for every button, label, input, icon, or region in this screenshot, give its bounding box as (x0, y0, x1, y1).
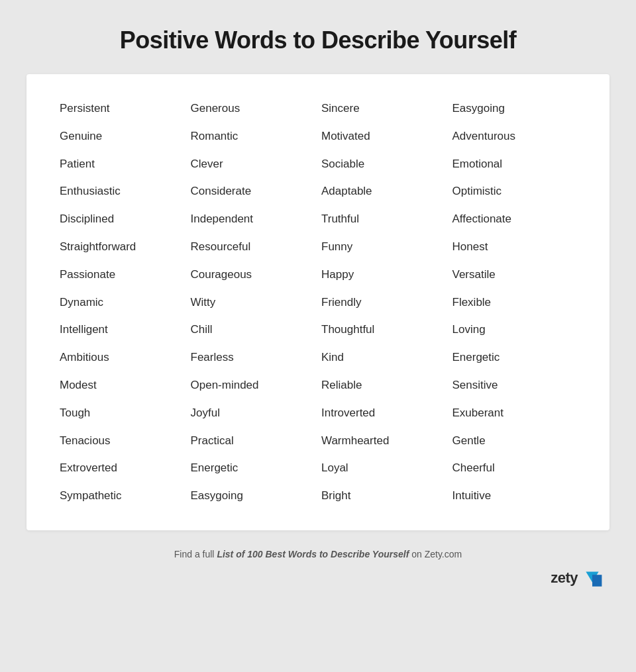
word-item: Dynamic (60, 295, 184, 311)
word-item: Cheerful (452, 460, 577, 476)
word-item: Gentle (452, 433, 577, 449)
word-item: Energetic (452, 350, 577, 365)
word-item: Motivated (321, 128, 446, 144)
word-item: Considerate (191, 183, 315, 199)
word-item: Loving (452, 322, 577, 338)
word-item: Resourceful (191, 239, 315, 255)
word-item: Open-minded (191, 377, 315, 393)
word-item: Bright (321, 488, 446, 504)
footer-italic-text: List of 100 Best Words to Describe Yours… (217, 549, 409, 559)
word-item: Kind (321, 350, 446, 365)
word-item: Easygoing (452, 101, 577, 117)
word-item: Intuitive (452, 488, 577, 504)
word-item: Witty (191, 295, 315, 311)
word-item: Disciplined (60, 211, 184, 227)
word-item: Patient (60, 156, 184, 172)
word-item: Straightforward (60, 239, 184, 255)
word-item: Independent (191, 211, 315, 227)
word-item: Funny (321, 239, 446, 255)
word-item: Introverted (321, 405, 446, 421)
word-item: Versatile (452, 267, 577, 283)
words-grid: PersistentGenerousSincereEasygoingGenuin… (60, 101, 576, 504)
word-item: Romantic (191, 128, 315, 144)
word-item: Ambitious (60, 350, 184, 365)
word-item: Modest (60, 377, 184, 393)
word-item: Joyful (191, 405, 315, 421)
word-item: Truthful (321, 211, 446, 227)
word-item: Fearless (191, 350, 315, 365)
word-item: Optimistic (452, 183, 577, 199)
word-item: Exuberant (452, 405, 577, 421)
word-item: Genuine (60, 128, 184, 144)
words-card: PersistentGenerousSincereEasygoingGenuin… (26, 74, 610, 530)
word-item: Sincere (321, 101, 446, 117)
footer-text: Find a full List of 100 Best Words to De… (174, 549, 462, 559)
word-item: Adaptable (321, 183, 446, 199)
word-item: Happy (321, 267, 446, 283)
word-item: Affectionate (452, 211, 577, 227)
word-item: Courageous (191, 267, 315, 283)
word-item: Intelligent (60, 322, 184, 338)
word-item: Tough (60, 405, 184, 421)
word-item: Friendly (321, 295, 446, 311)
svg-marker-1 (592, 575, 602, 587)
zety-brand-text: zety (551, 569, 578, 587)
word-item: Loyal (321, 460, 446, 476)
word-item: Generous (191, 101, 315, 117)
word-item: Emotional (452, 156, 577, 172)
word-item: Sensitive (452, 377, 577, 393)
word-item: Practical (191, 433, 315, 449)
word-item: Tenacious (60, 433, 184, 449)
word-item: Enthusiastic (60, 183, 184, 199)
word-item: Passionate (60, 267, 184, 283)
word-item: Energetic (191, 460, 315, 476)
word-item: Persistent (60, 101, 184, 117)
word-item: Sociable (321, 156, 446, 172)
word-item: Easygoing (191, 488, 315, 504)
word-item: Sympathetic (60, 488, 184, 504)
zety-logo: zety (551, 567, 603, 589)
footer: Find a full List of 100 Best Words to De… (26, 549, 610, 589)
word-item: Clever (191, 156, 315, 172)
word-item: Warmhearted (321, 433, 446, 449)
footer-text-after: on Zety.com (409, 549, 462, 559)
word-item: Honest (452, 239, 577, 255)
word-item: Flexible (452, 295, 577, 311)
zety-icon (582, 567, 603, 589)
word-item: Extroverted (60, 460, 184, 476)
word-item: Adventurous (452, 128, 577, 144)
footer-text-before: Find a full (174, 549, 217, 559)
word-item: Reliable (321, 377, 446, 393)
word-item: Thoughtful (321, 322, 446, 338)
page-title: Positive Words to Describe Yourself (120, 26, 517, 54)
word-item: Chill (191, 322, 315, 338)
